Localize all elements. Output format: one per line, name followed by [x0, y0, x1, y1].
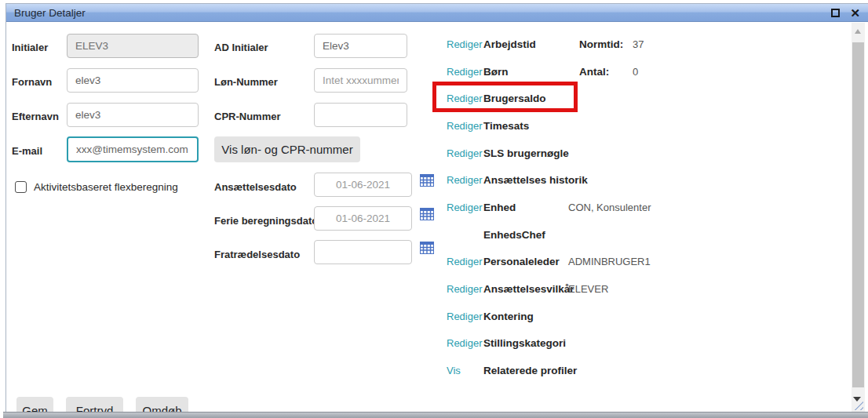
rediger-link-kontering[interactable]: Rediger — [447, 311, 483, 322]
loen-nummer-field[interactable] — [314, 68, 407, 93]
section-label: Ansættelsesvilkår — [483, 283, 568, 295]
rediger-link-stillingskategori[interactable]: Rediger — [447, 337, 483, 349]
resize-grip-hatch-icon — [854, 401, 863, 410]
calendar-icon[interactable] — [420, 242, 434, 254]
section-label: Relaterede profiler — [483, 365, 568, 376]
section-row-boern: Rediger Børn Antal: 0 — [447, 58, 784, 85]
rediger-link-personaleleder[interactable]: Rediger — [447, 256, 483, 267]
section-row-sls-brugernoegle: Rediger SLS brugernøgle — [447, 140, 784, 167]
fornavn-label: Fornavn — [12, 76, 52, 88]
flexberegning-checkbox[interactable] — [15, 181, 27, 193]
bottom-edge-bar — [3, 412, 868, 418]
section-label: Personaleleder — [483, 256, 568, 267]
ansaettelsesdato-label: Ansættelsesdato — [214, 181, 297, 193]
rediger-link-brugersaldo[interactable]: Rediger — [447, 93, 483, 104]
titlebar[interactable]: Bruger Detaljer ✕ — [6, 4, 868, 22]
maximize-icon[interactable] — [831, 9, 840, 17]
normtid-label: Normtid: — [579, 38, 633, 50]
flexberegning-label: Aktivitetsbaseret flexberegning — [34, 181, 178, 193]
personaleleder-value: ADMINBRUGER1 — [568, 256, 651, 267]
bruger-detaljer-window: Bruger Detaljer ✕ Initialer Fornavn Efte… — [0, 0, 868, 418]
section-row-ansaettelsesvilkaar: Rediger Ansættelsesvilkår ELEVER — [447, 275, 784, 303]
flexberegning-checkbox-row: Aktivitetsbaseret flexberegning — [15, 181, 178, 193]
section-row-timesats: Rediger Timesats — [447, 112, 784, 140]
close-icon[interactable]: ✕ — [850, 7, 860, 19]
rediger-link-arbejdstid[interactable]: Rediger — [447, 38, 483, 50]
vis-link-relaterede-profiler[interactable]: Vis — [447, 365, 483, 376]
rediger-link-boern[interactable]: Rediger — [447, 66, 483, 78]
scrollbar-thumb[interactable] — [852, 42, 864, 387]
section-label: Timesats — [483, 120, 568, 132]
cpr-nummer-field[interactable] — [314, 103, 407, 127]
rediger-link-vilkaar[interactable]: Rediger — [447, 283, 483, 295]
efternavn-label: Efternavn — [12, 111, 59, 122]
fornavn-field[interactable] — [67, 68, 199, 93]
section-label: EnhedsChef — [483, 229, 568, 241]
section-label: Kontering — [483, 311, 568, 322]
section-label: Enhed — [483, 202, 568, 213]
vis-loen-cpr-button[interactable]: Vis løn- og CPR-nummer — [214, 136, 360, 162]
rediger-link-historik[interactable]: Rediger — [447, 174, 483, 186]
section-label: SLS brugernøgle — [483, 147, 568, 159]
section-label: Stillingskategori — [483, 337, 568, 349]
section-label: Brugersaldo — [483, 93, 568, 104]
initialer-field — [67, 34, 199, 58]
section-row-brugersaldo: Rediger Brugersaldo — [447, 85, 784, 112]
dialog: Bruger Detaljer ✕ Initialer Fornavn Efte… — [5, 3, 868, 418]
loen-nummer-label: Løn-Nummer — [214, 76, 278, 88]
rediger-link-sls[interactable]: Rediger — [447, 147, 483, 159]
calendar-icon[interactable] — [420, 174, 434, 187]
section-row-kontering: Rediger Kontering — [447, 303, 784, 330]
section-row-enhed: Rediger Enhed CON, Konsulenter — [447, 194, 784, 221]
section-row-arbejdstid: Rediger Arbejdstid Normtid: 37 — [447, 31, 784, 58]
efternavn-field[interactable] — [67, 103, 199, 127]
section-row-stillingskategori: Rediger Stillingskategori — [447, 330, 784, 358]
calendar-icon[interactable] — [420, 208, 434, 220]
sections-list: Rediger Arbejdstid Normtid: 37 Rediger B… — [447, 31, 784, 384]
ad-initialer-field[interactable] — [314, 34, 407, 58]
ansaettelsesdato-field[interactable] — [314, 173, 412, 197]
enhed-value: CON, Konsulenter — [568, 202, 651, 213]
vilkaar-value: ELEVER — [568, 283, 608, 295]
section-row-enhedschef: EnhedsChef — [447, 221, 784, 249]
section-row-ansaettelses-historik: Rediger Ansættelses historik — [447, 166, 784, 194]
ad-initialer-label: AD Initialer — [214, 42, 268, 53]
section-label: Arbejdstid — [483, 38, 579, 50]
normtid-value: 37 — [633, 38, 644, 50]
section-label: Ansættelses historik — [483, 174, 568, 186]
email-label: E-mail — [12, 145, 42, 157]
section-label: Børn — [483, 66, 579, 78]
initialer-label: Initialer — [12, 42, 48, 53]
scroll-down-icon[interactable] — [853, 397, 861, 402]
fratraedelsesdato-label: Fratrædelsesdato — [214, 249, 300, 260]
window-title: Bruger Detaljer — [14, 7, 86, 19]
rediger-link-enhed[interactable]: Rediger — [447, 202, 483, 213]
antal-value: 0 — [633, 66, 638, 78]
antal-label: Antal: — [579, 66, 633, 78]
rediger-link-timesats[interactable]: Rediger — [447, 120, 483, 132]
ferie-beregningsdato-label: Ferie beregningsdato — [214, 215, 318, 227]
vertical-scrollbar[interactable] — [852, 23, 865, 413]
section-row-relaterede-profiler: Vis Relaterede profiler — [447, 357, 784, 384]
fratraedelsesdato-field[interactable] — [314, 240, 412, 264]
cpr-nummer-label: CPR-Nummer — [214, 111, 281, 122]
email-field[interactable] — [67, 136, 199, 162]
resize-grip[interactable] — [852, 394, 865, 410]
ferie-beregningsdato-field[interactable] — [314, 206, 412, 231]
window-controls: ✕ — [831, 7, 860, 19]
scroll-up-icon[interactable] — [855, 29, 861, 34]
section-row-personaleleder: Rediger Personaleleder ADMINBRUGER1 — [447, 249, 784, 276]
